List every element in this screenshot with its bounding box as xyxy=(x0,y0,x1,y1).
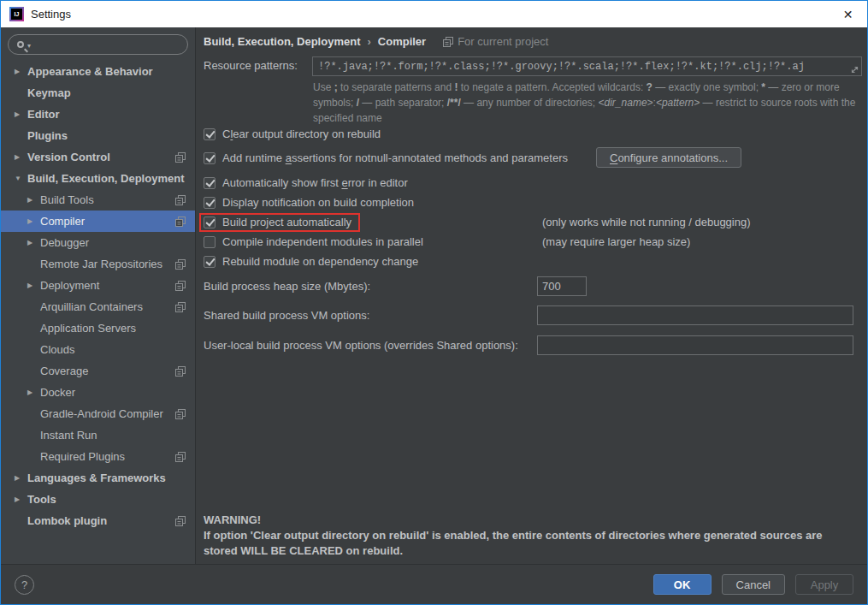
chevron-right-icon[interactable]: ▶ xyxy=(27,196,40,204)
checkbox-label: Automatically show first error in editor xyxy=(222,176,408,189)
project-scope-icon xyxy=(175,195,186,205)
sidebar-item-label: Deployment xyxy=(40,279,99,292)
sidebar-item-debugger[interactable]: ▶Debugger xyxy=(1,232,195,253)
project-scope-icon xyxy=(175,259,186,270)
checkbox-row-build-project-automatically: Build project automatically(only works w… xyxy=(204,212,860,232)
sidebar-item-build-tools[interactable]: ▶Build Tools xyxy=(1,189,195,211)
sidebar-item-arquillian-containers[interactable]: Arquillian Containers xyxy=(1,296,195,317)
sidebar-item-editor[interactable]: ▶Editor xyxy=(1,104,195,125)
add-runtime-assertions-for-notnull-annotated-methods-and-parameters-checkbox[interactable] xyxy=(204,152,216,164)
checkbox-label: Display notification on build completion xyxy=(222,196,414,209)
sidebar-item-label: Tools xyxy=(27,493,56,506)
user-local-vm-options-input[interactable] xyxy=(537,335,853,355)
breadcrumb-parent[interactable]: Build, Execution, Deployment xyxy=(204,35,360,48)
sidebar-item-label: Gradle-Android Compiler xyxy=(40,407,163,420)
hint-segment: — exactly one symbol; xyxy=(652,81,761,93)
compile-independent-modules-in-parallel-checkbox[interactable] xyxy=(204,236,216,248)
sidebar-item-lombok-plugin[interactable]: Lombok plugin xyxy=(1,510,195,531)
sidebar-item-languages-frameworks[interactable]: ▶Languages & Frameworks xyxy=(1,467,195,489)
project-scope-icon xyxy=(443,37,453,47)
checkbox-row-rebuild-module-on-dependency-change: Rebuild module on dependency change xyxy=(204,252,860,271)
title-bar: IJ Settings ✕ xyxy=(1,1,867,27)
resource-patterns-fieldbox xyxy=(312,56,862,76)
sidebar-item-label: Coverage xyxy=(40,365,88,377)
sidebar-item-coverage[interactable]: Coverage xyxy=(1,360,195,382)
hint-segment: — any number of directories; xyxy=(461,97,599,109)
sidebar-item-label: Compiler xyxy=(40,215,85,228)
user-local-vm-options-row: User-local build process VM options (ove… xyxy=(204,335,853,356)
checkbox-note: (may require larger heap size) xyxy=(542,235,690,248)
settings-sidebar: ▾ ▶Appearance & BehaviorKeymap▶EditorPlu… xyxy=(1,27,196,564)
footer-buttons: OK Cancel Apply xyxy=(653,574,853,595)
close-icon[interactable]: ✕ xyxy=(829,1,867,27)
chevron-right-icon[interactable]: ▶ xyxy=(27,282,40,289)
sidebar-item-build-execution-deployment[interactable]: ▼Build, Execution, Deployment xyxy=(1,168,195,189)
display-notification-on-build-completion-checkbox[interactable] xyxy=(204,197,216,209)
checkbox-label: Build project automatically xyxy=(222,216,351,228)
project-scope-icon xyxy=(175,452,186,462)
build-process-heap-size-input[interactable] xyxy=(537,276,587,296)
sidebar-item-docker[interactable]: ▶Docker xyxy=(1,382,195,403)
project-scope-icon xyxy=(175,409,186,419)
scope-text: For current project xyxy=(458,35,548,48)
settings-search-input[interactable]: ▾ xyxy=(8,34,188,55)
sidebar-item-label: Keymap xyxy=(27,86,71,99)
sidebar-item-gradle-android-compiler[interactable]: Gradle-Android Compiler xyxy=(1,403,195,424)
chevron-right-icon[interactable]: ▶ xyxy=(15,153,27,161)
sidebar-item-appearance-behavior[interactable]: ▶Appearance & Behavior xyxy=(1,61,195,82)
sidebar-item-version-control[interactable]: ▶Version Control xyxy=(1,146,195,168)
sidebar-item-tools[interactable]: ▶Tools xyxy=(1,489,195,510)
resource-patterns-input[interactable] xyxy=(318,61,846,73)
project-scope-icon xyxy=(175,281,186,291)
dialog-body: ▾ ▶Appearance & BehaviorKeymap▶EditorPlu… xyxy=(1,27,867,564)
expand-field-icon[interactable] xyxy=(850,65,859,74)
chevron-right-icon[interactable]: ▶ xyxy=(27,239,40,246)
warning-line: WARNING! xyxy=(204,513,823,528)
chevron-down-icon[interactable]: ▼ xyxy=(15,175,27,182)
sidebar-item-instant-run[interactable]: Instant Run xyxy=(1,424,195,446)
chevron-right-icon[interactable]: ▶ xyxy=(15,495,27,503)
help-button[interactable]: ? xyxy=(15,575,34,595)
chevron-right-icon[interactable]: ▶ xyxy=(27,217,40,225)
sidebar-item-deployment[interactable]: ▶Deployment xyxy=(1,275,195,296)
build-process-heap-size-row: Build process heap size (Mbytes): xyxy=(204,276,853,297)
apply-button[interactable]: Apply xyxy=(795,574,853,595)
search-caret-icon[interactable]: ▾ xyxy=(27,42,31,50)
automatically-show-first-error-in-editor-checkbox[interactable] xyxy=(204,177,216,189)
chevron-right-icon[interactable]: ▶ xyxy=(27,389,40,396)
sidebar-item-label: Instant Run xyxy=(40,429,97,442)
chevron-right-icon[interactable]: ▶ xyxy=(15,68,27,75)
hint-segment: ? xyxy=(647,81,652,93)
shared-vm-options-label: Shared build process VM options: xyxy=(204,309,369,322)
sidebar-item-remote-jar-repositories[interactable]: Remote Jar Repositories xyxy=(1,253,195,275)
warning-text: WARNING!If option 'Clear output director… xyxy=(204,513,823,559)
shared-vm-options-input[interactable] xyxy=(537,305,853,325)
cancel-button[interactable]: Cancel xyxy=(722,574,785,595)
build-project-automatically-checkbox[interactable] xyxy=(204,216,216,228)
sidebar-item-plugins[interactable]: Plugins xyxy=(1,125,195,146)
warning-line: stored WILL BE CLEARED on rebuild. xyxy=(204,543,823,559)
sidebar-item-label: Docker xyxy=(40,386,75,399)
checkbox-note: (only works while not running / debuggin… xyxy=(542,216,751,228)
clear-output-directory-on-rebuild-checkbox[interactable] xyxy=(204,128,216,140)
configure-annotations-button[interactable]: Configure annotations... xyxy=(596,147,741,168)
project-scope-icon xyxy=(175,302,186,312)
breadcrumb-separator: › xyxy=(367,35,370,48)
chevron-right-icon[interactable]: ▶ xyxy=(15,474,27,482)
ok-button[interactable]: OK xyxy=(653,574,712,595)
checkbox-label: Configure annotations... xyxy=(610,151,728,164)
sidebar-item-label: Required Plugins xyxy=(40,450,125,463)
sidebar-item-required-plugins[interactable]: Required Plugins xyxy=(1,446,195,467)
sidebar-item-keymap[interactable]: Keymap xyxy=(1,82,195,104)
sidebar-item-application-servers[interactable]: Application Servers xyxy=(1,317,195,339)
checkbox-label: Add runtime assertions for notnull-annot… xyxy=(222,151,568,164)
sidebar-item-compiler[interactable]: ▶Compiler xyxy=(1,211,195,232)
checkbox-row-automatically-show-first-error-in-editor: Automatically show first error in editor xyxy=(204,173,860,193)
sidebar-item-clouds[interactable]: Clouds xyxy=(1,339,195,360)
window-title: Settings xyxy=(31,8,71,21)
rebuild-module-on-dependency-change-checkbox[interactable] xyxy=(204,256,216,268)
chevron-right-icon[interactable]: ▶ xyxy=(15,110,27,118)
sidebar-item-label: Appearance & Behavior xyxy=(27,65,153,78)
hint-segment: to negate a pattern. Accepted wildcards: xyxy=(458,81,646,93)
checkbox-label: Rebuild module on dependency change xyxy=(222,255,418,268)
